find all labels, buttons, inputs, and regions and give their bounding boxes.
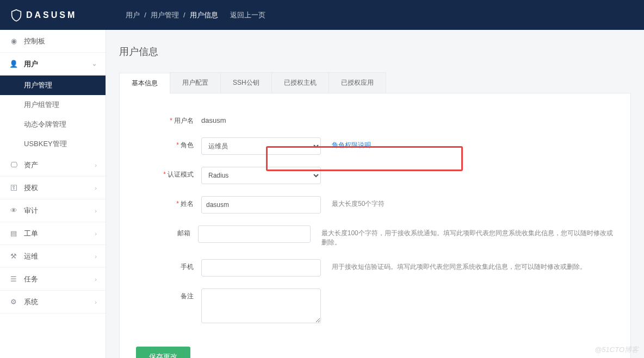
tab-hosts[interactable]: 已授权主机 bbox=[271, 72, 329, 93]
sidebar-item-label: 控制板 bbox=[24, 36, 45, 46]
sidebar-sub-user: 用户管理 用户组管理 动态令牌管理 USBKEY管理 bbox=[0, 76, 106, 154]
breadcrumb-back[interactable]: 返回上一页 bbox=[230, 10, 265, 20]
monitor-icon: 🖵 bbox=[9, 161, 18, 169]
row-username: *用户名 dasusm bbox=[136, 113, 614, 125]
breadcrumb-lvl2[interactable]: 用户管理 bbox=[151, 10, 179, 20]
breadcrumb-lvl3: 用户信息 bbox=[190, 10, 218, 20]
sidebar-item-ops[interactable]: ⚒ 运维 › bbox=[0, 245, 106, 268]
chevron-down-icon: ⌄ bbox=[92, 60, 97, 67]
sidebar-item-assets[interactable]: 🖵 资产 › bbox=[0, 154, 106, 177]
chevron-right-icon: › bbox=[95, 162, 97, 168]
remark-textarea[interactable] bbox=[201, 288, 321, 323]
ops-icon: ⚒ bbox=[9, 252, 18, 260]
chevron-right-icon: › bbox=[95, 253, 97, 260]
role-desc-link[interactable]: 角色权限说明 bbox=[332, 141, 371, 149]
tabs: 基本信息 用户配置 SSH公钥 已授权主机 已授权应用 bbox=[119, 72, 631, 93]
shield-icon bbox=[11, 9, 22, 22]
sidebar-item-label: 授权 bbox=[24, 183, 38, 193]
main-content: 用户信息 基本信息 用户配置 SSH公钥 已授权主机 已授权应用 *用户名 da… bbox=[106, 30, 644, 358]
chevron-right-icon: › bbox=[95, 185, 97, 191]
role-select[interactable]: 运维员 bbox=[201, 137, 321, 155]
row-email: 邮箱 最大长度100个字符，用于接收系统通知。填写此项即代表您同意系统收集此信息… bbox=[136, 225, 614, 247]
sidebar-item-label: 资产 bbox=[24, 160, 38, 170]
sidebar-item-user[interactable]: 👤 用户 ⌄ bbox=[0, 53, 106, 76]
page-title: 用户信息 bbox=[119, 45, 631, 58]
authmode-select[interactable]: Radius bbox=[201, 167, 321, 184]
tab-config[interactable]: 用户配置 bbox=[170, 72, 221, 93]
sidebar: ◉ 控制板 👤 用户 ⌄ 用户管理 用户组管理 动态令牌管理 USBKEY管理 … bbox=[0, 30, 106, 358]
sidebar-item-label: 运维 bbox=[24, 252, 38, 261]
sidebar-item-audit[interactable]: 👁 审计 › bbox=[0, 199, 106, 222]
chevron-right-icon: › bbox=[95, 276, 97, 282]
user-icon: 👤 bbox=[9, 60, 18, 68]
sidebar-item-ticket[interactable]: ▤ 工单 › bbox=[0, 222, 106, 245]
tab-basic[interactable]: 基本信息 bbox=[119, 73, 170, 93]
row-authmode: *认证模式 Radius bbox=[136, 167, 614, 184]
sidebar-item-auth[interactable]: ⚿ 授权 › bbox=[0, 177, 106, 199]
username-value: dasusm bbox=[201, 113, 321, 124]
breadcrumb-lvl1[interactable]: 用户 bbox=[126, 10, 140, 20]
brand-logo: DASUSM bbox=[11, 9, 77, 22]
file-icon: ▤ bbox=[9, 229, 18, 237]
eye-icon: 👁 bbox=[9, 206, 18, 215]
realname-input[interactable] bbox=[201, 196, 321, 213]
breadcrumb: 用户 / 用户管理 / 用户信息 返回上一页 bbox=[126, 10, 265, 20]
sidebar-sub-usbkey[interactable]: USBKEY管理 bbox=[0, 134, 106, 154]
dashboard-icon: ◉ bbox=[9, 37, 18, 45]
sidebar-item-task[interactable]: ☰ 任务 › bbox=[0, 268, 106, 291]
sidebar-item-label: 任务 bbox=[24, 274, 38, 284]
save-button[interactable]: 保存更改 bbox=[136, 347, 190, 358]
phone-hint: 用于接收短信验证码。填写此项即代表您同意系统收集此信息，您可以随时修改或删除。 bbox=[332, 259, 586, 272]
brand-text: DASUSM bbox=[26, 10, 77, 20]
email-input[interactable] bbox=[198, 225, 311, 243]
tab-apps[interactable]: 已授权应用 bbox=[329, 72, 386, 93]
chevron-right-icon: › bbox=[95, 208, 97, 214]
sidebar-item-label: 工单 bbox=[24, 229, 38, 238]
sidebar-item-dashboard[interactable]: ◉ 控制板 bbox=[0, 30, 106, 53]
tab-sshkey[interactable]: SSH公钥 bbox=[220, 72, 272, 93]
row-role: *角色 运维员 角色权限说明 bbox=[136, 137, 614, 155]
chevron-right-icon: › bbox=[95, 299, 97, 305]
gear-icon: ⚙ bbox=[9, 298, 18, 306]
email-hint: 最大长度100个字符，用于接收系统通知。填写此项即代表您同意系统收集此信息，您可… bbox=[321, 225, 614, 247]
sidebar-item-label: 用户 bbox=[24, 59, 38, 69]
task-icon: ☰ bbox=[9, 275, 18, 283]
sidebar-sub-user-manage[interactable]: 用户管理 bbox=[0, 76, 106, 95]
sidebar-sub-token[interactable]: 动态令牌管理 bbox=[0, 115, 106, 134]
key-icon: ⚿ bbox=[9, 184, 18, 192]
watermark: @51CTO博客 bbox=[595, 345, 639, 355]
row-remark: 备注 bbox=[136, 288, 614, 325]
phone-input[interactable] bbox=[201, 259, 321, 277]
realname-hint: 最大长度50个字符 bbox=[332, 196, 385, 209]
sidebar-item-system[interactable]: ⚙ 系统 › bbox=[0, 291, 106, 313]
row-phone: 手机 用于接收短信验证码。填写此项即代表您同意系统收集此信息，您可以随时修改或删… bbox=[136, 259, 614, 277]
row-realname: *姓名 最大长度50个字符 bbox=[136, 196, 614, 213]
form-panel: *用户名 dasusm *角色 运维员 角色权限说明 *认证模式 Radius … bbox=[119, 93, 631, 358]
chevron-right-icon: › bbox=[95, 230, 97, 237]
sidebar-sub-usergroup[interactable]: 用户组管理 bbox=[0, 95, 106, 115]
sidebar-item-label: 审计 bbox=[24, 206, 38, 216]
sidebar-item-label: 系统 bbox=[24, 297, 38, 307]
top-bar: DASUSM 用户 / 用户管理 / 用户信息 返回上一页 bbox=[0, 0, 644, 30]
